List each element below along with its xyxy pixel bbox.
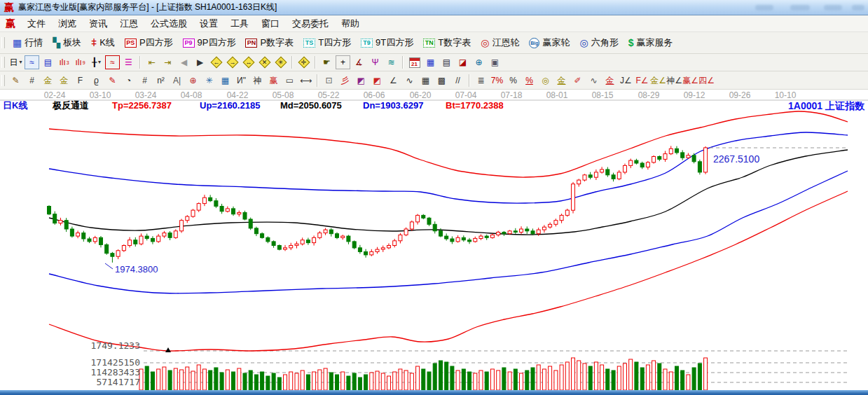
toolbar-button-kline[interactable]: ǂK线 xyxy=(86,34,120,51)
toolbar-button-p-square[interactable]: PSP四方形 xyxy=(120,34,178,51)
volume-profile-icon[interactable]: ☰ xyxy=(121,55,136,69)
draw-pencil-icon[interactable]: ✎ xyxy=(8,74,23,88)
shen-angle-icon[interactable]: 神∠ xyxy=(667,74,682,88)
h-measure-icon[interactable]: ⟷ xyxy=(298,74,313,88)
f-grid-icon[interactable]: F xyxy=(73,74,88,88)
toolbar-button-p-table[interactable]: PNP数字表 xyxy=(240,34,298,51)
toolbar-button-winner-wheel[interactable]: Big赢家轮 xyxy=(524,34,574,51)
fan-red-icon[interactable]: 彡 xyxy=(338,74,352,88)
circle-cross-icon[interactable]: ⊕ xyxy=(186,74,200,88)
angle-measure-icon[interactable]: ∡ xyxy=(352,55,366,69)
four-angle-icon[interactable]: 四∠ xyxy=(699,74,714,88)
percent-red-icon[interactable]: 7% xyxy=(490,74,504,88)
notepad-icon[interactable]: ▤ xyxy=(439,55,454,69)
fan-box-purple-icon[interactable]: ◩ xyxy=(354,74,368,88)
zoom-all-icon[interactable]: ✛ xyxy=(296,55,311,69)
toolbar-button-winner-service[interactable]: $赢家服务 xyxy=(624,34,678,51)
ruler-icon[interactable]: ▭ xyxy=(282,74,297,88)
menu-item-帮助[interactable]: 帮助 xyxy=(335,16,366,32)
f-angle-icon[interactable]: F∠ xyxy=(635,74,649,88)
gold-angle-icon[interactable]: 金∠ xyxy=(651,74,666,88)
win-angle-icon[interactable]: 赢∠ xyxy=(683,74,698,88)
fan-box-red-icon[interactable]: ◩ xyxy=(370,74,385,88)
expand-bars-icon[interactable]: ✳ xyxy=(273,55,288,69)
net-sync-icon[interactable]: ⊕ xyxy=(471,55,486,69)
menu-item-江恩[interactable]: 江恩 xyxy=(113,16,144,32)
toolbar-button-t-table[interactable]: TNT数字表 xyxy=(418,34,476,51)
gold-line-icon[interactable]: 金 xyxy=(554,74,569,88)
angle-rays-icon[interactable]: ∠ xyxy=(386,74,401,88)
page-left-icon[interactable]: ◀ xyxy=(177,55,191,69)
toolbar-button-9t-square[interactable]: T99T四方形 xyxy=(356,34,418,51)
gann-wheel-label: 江恩轮 xyxy=(492,36,519,49)
a-channel-icon[interactable]: A| xyxy=(170,74,184,88)
info-panel-icon[interactable]: ▤ xyxy=(41,55,55,69)
toolbar-separator xyxy=(315,56,316,69)
save-icon[interactable]: ◪ xyxy=(455,55,470,69)
box-grid-icon[interactable]: ▦ xyxy=(218,74,233,88)
crosshair-icon[interactable]: + xyxy=(336,55,350,69)
parallel-lines-icon[interactable]: // xyxy=(450,74,465,88)
menu-item-公式选股[interactable]: 公式选股 xyxy=(144,16,193,32)
wave-tool-icon[interactable]: ≋ xyxy=(384,55,399,69)
shift-left-icon[interactable]: ← xyxy=(209,55,223,69)
toolbar-button-sectors[interactable]: ▚板块 xyxy=(48,34,86,51)
menu-item-资讯[interactable]: 资讯 xyxy=(83,16,113,32)
price-bars-icon[interactable]: ≣ xyxy=(474,74,488,88)
j-angle-icon[interactable]: J∠ xyxy=(619,74,633,88)
gann-tool-icon[interactable]: Ψ xyxy=(368,55,383,69)
chart-area: 02-2403-1003-2404-0804-2205-0805-2206-06… xyxy=(0,90,868,390)
period-day-icon[interactable]: 日▾ xyxy=(8,55,23,69)
draw-mode-icon[interactable]: ≈ xyxy=(105,55,120,69)
n-squared-icon[interactable]: n² xyxy=(153,74,168,88)
grid-3-icon[interactable]: ılı3 xyxy=(57,55,71,69)
goto-first-icon[interactable]: ⇤ xyxy=(144,55,159,69)
grid-9-icon[interactable]: ılı9 xyxy=(73,55,88,69)
grid-tool-icon[interactable]: # xyxy=(25,74,39,88)
menu-item-工具[interactable]: 工具 xyxy=(224,16,255,32)
menu-item-交易委托[interactable]: 交易委托 xyxy=(286,16,335,32)
candle-style-icon[interactable]: ╂▾ xyxy=(89,55,104,69)
time-circle-icon[interactable]: ◔ xyxy=(121,74,136,88)
toolbar-button-gann-wheel[interactable]: ◎江恩轮 xyxy=(476,34,524,51)
gold-grid-2-icon[interactable]: 金 xyxy=(57,74,71,88)
wave-overlay-icon[interactable]: ∿ xyxy=(586,74,601,88)
percent-under-icon[interactable]: % xyxy=(522,74,537,88)
toolbar-button-9p-square[interactable]: P99P四方形 xyxy=(178,34,241,51)
percent-icon[interactable]: % xyxy=(506,74,521,88)
chart-canvas[interactable]: 02-2403-1003-2404-0804-2205-0805-2206-06… xyxy=(0,90,868,390)
page-right-icon[interactable]: ▶ xyxy=(193,55,207,69)
volume-scale-label: 114283433 xyxy=(91,367,140,377)
gold-under-red-icon[interactable]: 金 xyxy=(602,74,617,88)
gold-circle-icon[interactable]: ◎ xyxy=(538,74,553,88)
compress-bars-icon[interactable]: ✕ xyxy=(257,55,272,69)
win-grid-icon[interactable]: 赢 xyxy=(266,74,281,88)
toolbar-button-t-square[interactable]: TST四方形 xyxy=(298,34,356,51)
red-pencil-icon[interactable]: ✎ xyxy=(105,74,120,88)
v-wave-icon[interactable]: ∿ xyxy=(402,74,417,88)
menu-item-浏览[interactable]: 浏览 xyxy=(52,16,83,32)
shen-grid-icon[interactable]: 神 xyxy=(250,74,265,88)
calculator-icon[interactable]: ▦ xyxy=(423,55,438,69)
grid-dense-icon[interactable]: ▦ xyxy=(418,74,433,88)
menu-item-设置[interactable]: 设置 xyxy=(193,16,224,32)
remote-pc-icon[interactable]: ▣ xyxy=(488,55,502,69)
box-lines-icon[interactable]: ⊡ xyxy=(322,74,336,88)
k-mark-icon[interactable]: И" xyxy=(234,74,249,88)
spiral-tool-icon[interactable]: ϱ xyxy=(89,74,104,88)
brush-red-icon[interactable]: ✐ xyxy=(570,74,585,88)
goto-last-icon[interactable]: ⇥ xyxy=(160,55,175,69)
gold-grid-1-icon[interactable]: 金 xyxy=(41,74,55,88)
line-chart-mode-icon[interactable]: ≈ xyxy=(25,55,39,69)
pan-hand-icon[interactable]: ☛ xyxy=(319,55,334,69)
toolbar-button-hexagon[interactable]: ◎六角形 xyxy=(574,34,623,51)
star-grid-icon[interactable]: ✳ xyxy=(202,74,216,88)
zoom-horizontal-icon[interactable]: ↔ xyxy=(241,55,256,69)
grid-tool-2-icon[interactable]: # xyxy=(137,74,152,88)
grid-arrow-icon[interactable]: ▩ xyxy=(434,74,449,88)
menu-item-窗口[interactable]: 窗口 xyxy=(255,16,286,32)
shift-right-icon[interactable]: → xyxy=(225,55,240,69)
menu-item-文件[interactable]: 文件 xyxy=(21,16,52,32)
toolbar-button-quotes[interactable]: ▦行情 xyxy=(8,34,48,51)
calendar-icon[interactable]: 21 xyxy=(407,55,422,69)
